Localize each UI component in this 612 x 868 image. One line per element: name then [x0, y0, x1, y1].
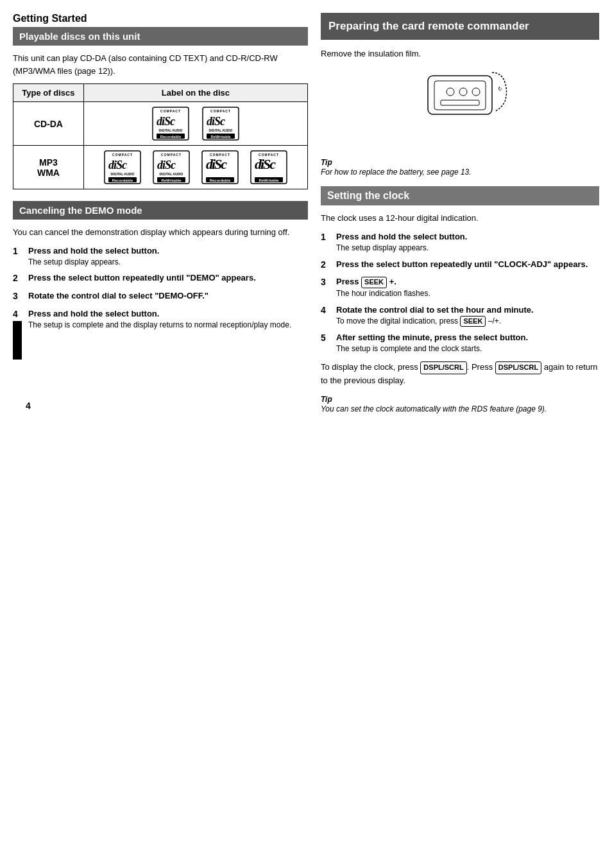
- remove-text: Remove the insulation film.: [321, 48, 599, 60]
- right-column: Preparing the card remote commander Remo…: [321, 13, 599, 424]
- disc-logos-cdda: COMPACT diSc DIGITAL AUDIO Recordable: [83, 102, 307, 146]
- step-content: Press the select button repeatedly until…: [28, 272, 308, 285]
- dspl-scrl-kbd-1: DSPL/SCRL: [420, 361, 466, 374]
- clock-steps: 1 Press and hold the select button. The …: [321, 231, 599, 354]
- svg-text:COMPACT: COMPACT: [112, 153, 133, 157]
- black-bar: [13, 321, 22, 360]
- list-item: 1 Press and hold the select button. The …: [321, 231, 599, 254]
- step-title: Press the select button repeatedly until…: [28, 273, 256, 282]
- svg-text:diSc: diSc: [206, 156, 227, 172]
- demo-section-title: Canceling the DEMO mode: [13, 201, 308, 220]
- setting-clock-header: Setting the clock: [321, 186, 599, 205]
- step-number: 2: [321, 259, 331, 272]
- disc-logo-wma-rewritable: COMPACT diSc ReWritable: [246, 150, 291, 185]
- list-item: 2 Press the select button repeatedly unt…: [13, 272, 308, 285]
- col1-header: Type of discs: [13, 84, 84, 102]
- step-content: Press and hold the select button. The se…: [28, 308, 308, 331]
- list-item: 4 Rotate the control dial to set the hou…: [321, 304, 599, 327]
- clock-intro: The clock uses a 12-hour digital indicat…: [321, 212, 599, 225]
- disc-logo-recordable: COMPACT diSc DIGITAL AUDIO Recordable: [148, 106, 193, 141]
- svg-text:diSc: diSc: [207, 115, 225, 128]
- step-title: Press and hold the select button.: [28, 309, 159, 318]
- svg-point-37: [459, 88, 467, 96]
- svg-text:diSc: diSc: [108, 159, 127, 171]
- step-sub: The setup is complete and the clock star…: [336, 343, 599, 354]
- svg-text:diSc: diSc: [157, 159, 176, 171]
- tip-label-1: Tip: [321, 158, 332, 167]
- step-sub: To move the digital indication, press SE…: [336, 316, 599, 327]
- list-item: 3 Rotate the control dial to select "DEM…: [13, 290, 308, 303]
- tip-block-1: Tip For how to replace the battery, see …: [321, 157, 599, 178]
- demo-steps: 1 Press and hold the select button. The …: [13, 245, 308, 331]
- disc-logo-wma-recordable: COMPACT diSc Recordable: [198, 150, 242, 185]
- list-item: 1 Press and hold the select button. The …: [13, 245, 308, 268]
- step-sub: The setup display appears.: [28, 257, 308, 268]
- table-row: MP3WMA COMPACT diSc DIGITAL AUDIO: [13, 146, 308, 189]
- svg-text:diSc: diSc: [255, 156, 276, 172]
- svg-text:Recordable: Recordable: [160, 135, 182, 139]
- svg-text:ReWritable: ReWritable: [259, 178, 279, 182]
- preparing-header: Preparing the card remote commander: [321, 13, 599, 40]
- svg-text:DIGITAL AUDIO: DIGITAL AUDIO: [158, 128, 182, 132]
- intro-text: This unit can play CD-DA (also containin…: [13, 52, 308, 77]
- step-title: Press and hold the select button.: [336, 232, 467, 241]
- card-remote-image: ↻: [321, 69, 599, 148]
- step-number: 2: [13, 272, 23, 285]
- disc-logo-rewritable: COMPACT diSc DIGITAL AUDIO ReWritable: [198, 106, 243, 141]
- svg-rect-34: [428, 76, 492, 114]
- demo-section: Canceling the DEMO mode You can cancel t…: [13, 201, 308, 331]
- svg-text:↻: ↻: [497, 85, 503, 92]
- left-column: Getting Started Playable discs on this u…: [13, 13, 308, 424]
- demo-intro: You can cancel the demonstration display…: [13, 226, 308, 239]
- svg-text:DIGITAL AUDIO: DIGITAL AUDIO: [110, 172, 134, 176]
- disc-logo-mp3-recordable: COMPACT diSc DIGITAL AUDIO Recordable: [100, 150, 145, 185]
- step-number: 1: [13, 245, 23, 268]
- step-sub: The hour indication flashes.: [336, 288, 599, 299]
- step-title: Rotate the control dial to select "DEMO-…: [28, 291, 208, 300]
- tip-text-1: For how to replace the battery, see page…: [321, 168, 472, 177]
- col2-header: Label on the disc: [83, 84, 307, 102]
- svg-text:Recordable: Recordable: [112, 178, 133, 182]
- getting-started-heading: Getting Started: [13, 13, 308, 24]
- disc-type-cdda: CD-DA: [13, 102, 84, 146]
- table-row: CD-DA COMPACT diSc DIGITAL AUDIO: [13, 102, 308, 146]
- seek-kbd: SEEK: [361, 277, 387, 288]
- svg-text:Recordable: Recordable: [210, 178, 231, 182]
- disc-type-mp3wma: MP3WMA: [13, 146, 84, 189]
- svg-text:diSc: diSc: [157, 115, 175, 128]
- setting-clock-section: Setting the clock The clock uses a 12-ho…: [321, 186, 599, 414]
- step-title: Rotate the control dial to set the hour …: [336, 305, 534, 315]
- svg-rect-39: [441, 100, 479, 105]
- svg-text:ReWritable: ReWritable: [210, 135, 231, 139]
- step-title: Press and hold the select button.: [28, 246, 159, 256]
- svg-text:ReWritable: ReWritable: [161, 178, 182, 182]
- disc-table: Type of discs Label on the disc CD-DA: [13, 83, 308, 189]
- step-content: Press the select button repeatedly until…: [336, 259, 599, 272]
- step-content: Rotate the control dial to select "DEMO-…: [28, 290, 308, 303]
- svg-text:DIGITAL AUDIO: DIGITAL AUDIO: [208, 128, 232, 132]
- step-number: 3: [13, 290, 23, 303]
- step-content: Press SEEK +. The hour indication flashe…: [336, 276, 599, 299]
- step-title: Press the select button repeatedly until…: [336, 259, 588, 269]
- tip-text-2: You can set the clock automatically with…: [321, 404, 547, 413]
- list-item: 2 Press the select button repeatedly unt…: [321, 259, 599, 272]
- svg-text:COMPACT: COMPACT: [210, 109, 231, 113]
- svg-text:COMPACT: COMPACT: [161, 153, 182, 157]
- list-item: 4 Press and hold the select button. The …: [13, 308, 308, 331]
- tip-label-2: Tip: [321, 395, 332, 404]
- seek-kbd-2: SEEK: [460, 316, 486, 327]
- step-number: 5: [321, 332, 331, 354]
- tip-block-2: Tip You can set the clock automatically …: [321, 394, 599, 415]
- playable-discs-heading: Playable discs on this unit: [13, 27, 308, 46]
- step-content: Rotate the control dial to set the hour …: [336, 304, 599, 327]
- step-number: 4: [321, 304, 331, 327]
- svg-text:COMPACT: COMPACT: [160, 109, 181, 113]
- step-sub: The setup display appears.: [336, 243, 599, 254]
- step-content: After setting the minute, press the sele…: [336, 332, 599, 354]
- step-number: 3: [321, 276, 331, 299]
- display-clock-text: To display the clock, press DSPL/SCRL. P…: [321, 361, 599, 388]
- list-item: 5 After setting the minute, press the se…: [321, 332, 599, 354]
- svg-point-38: [472, 88, 480, 96]
- step-content: Press and hold the select button. The se…: [28, 245, 308, 268]
- svg-text:DIGITAL AUDIO: DIGITAL AUDIO: [159, 172, 183, 176]
